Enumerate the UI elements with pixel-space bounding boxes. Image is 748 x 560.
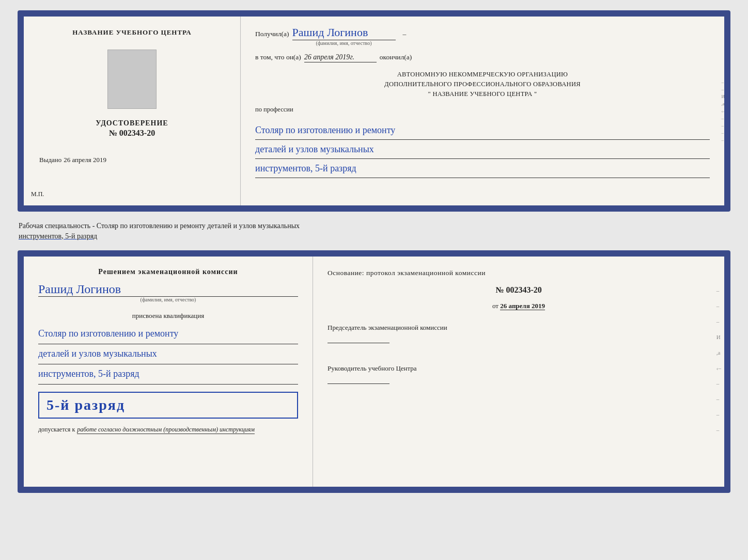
- bottom-profession-line2: деталей и узлов музыкальных: [38, 344, 298, 364]
- org-block: АВТОНОМНУЮ НЕКОММЕРЧЕСКУЮ ОРГАНИЗАЦИЮ ДО…: [255, 70, 710, 99]
- top-document: НАЗВАНИЕ УЧЕБНОГО ЦЕНТРА УДОСТОВЕРЕНИЕ №…: [18, 10, 730, 212]
- top-doc-left: НАЗВАНИЕ УЧЕБНОГО ЦЕНТРА УДОСТОВЕРЕНИЕ №…: [24, 17, 241, 205]
- fio-subtitle: (фамилия, имя, отчество): [292, 40, 396, 46]
- ot-date-value: 26 апреля 2019: [500, 302, 545, 310]
- osnovanie-text: Основание: протокол экзаменационной коми…: [328, 268, 710, 278]
- mp-text: М.П.: [31, 190, 44, 198]
- dopuskaetsya-label: допускается к: [38, 426, 75, 434]
- profession-line2: деталей и узлов музыкальных: [255, 140, 710, 159]
- vtom-label: в том, что он(а): [255, 53, 301, 61]
- profession-block: Столяр по изготовлению и ремонту деталей…: [255, 121, 710, 178]
- profession-line3: инструментов, 5-й разряд: [255, 159, 710, 178]
- vydano-date: 26 апреля 2019: [64, 156, 106, 164]
- vtom-row: в том, что он(а) 26 апреля 2019г. окончи…: [255, 53, 710, 62]
- predsedatel-signature-line: [328, 335, 389, 343]
- recipient-name: Рашид Логинов: [292, 26, 396, 40]
- org-line2: ДОПОЛНИТЕЛЬНОГО ПРОФЕССИОНАЛЬНОГО ОБРАЗО…: [255, 79, 710, 89]
- predsedatel-label: Председатель экзаменационной комиссии: [328, 323, 710, 333]
- middle-label: Рабочая специальность - Столяр по изгото…: [18, 221, 730, 241]
- predsedatel-block: Председатель экзаменационной комиссии: [328, 323, 710, 346]
- poluchil-row: Получил(a) Рашид Логинов (фамилия, имя, …: [255, 26, 710, 46]
- rank-box: 5-й разряд: [38, 392, 298, 419]
- udostoverenie-block: УДОСТОВЕРЕНИЕ № 002343-20: [96, 119, 168, 138]
- bottom-doc-left: Решением экаменационной комиссии Рашид Л…: [24, 257, 313, 487]
- bottom-doc-right: Основание: протокол экзаменационной коми…: [313, 257, 724, 487]
- org-line1: АВТОНОМНУЮ НЕКОММЕРЧЕСКУЮ ОРГАНИЗАЦИЮ: [255, 70, 710, 79]
- ot-date-row: от 26 апреля 2019: [328, 302, 710, 310]
- bottom-fio-sub: (фамилия, имя, отчество): [38, 297, 298, 302]
- bottom-profession-line1: Столяр по изготовлению и ремонту: [38, 324, 298, 344]
- bottom-profession-line3: инструментов, 5-й разряд: [38, 364, 298, 385]
- profession-line1: Столяр по изготовлению и ремонту: [255, 121, 710, 140]
- vydano-label: Выдано: [39, 156, 61, 164]
- okonchil-label: окончил(а): [380, 53, 412, 61]
- prisvoeena-label: присвоена квалификация: [38, 312, 298, 320]
- top-left-header: НАЗВАНИЕ УЧЕБНОГО ЦЕНТРА: [72, 28, 192, 37]
- middle-label-underlined: инструментов, 5-й разряд: [19, 232, 97, 240]
- udostoverenie-label: УДОСТОВЕРЕНИЕ: [96, 119, 168, 127]
- side-dashes-bottom: – – – И ,а ‹– – – – –: [716, 287, 721, 433]
- udostoverenie-number: № 002343-20: [96, 129, 168, 138]
- rukovoditel-block: Руководитель учебного Центра: [328, 363, 710, 387]
- middle-label-prefix: Рабочая специальность - Столяр по изгото…: [19, 222, 300, 230]
- bottom-recipient-name: Рашид Логинов: [38, 282, 298, 297]
- top-doc-right: Получил(a) Рашид Логинов (фамилия, имя, …: [241, 17, 724, 205]
- resheniem-label: Решением экаменационной комиссии: [38, 268, 298, 276]
- bottom-document: Решением экаменационной комиссии Рашид Л…: [18, 250, 730, 493]
- ot-label: от: [492, 302, 498, 310]
- vtom-date: 26 апреля 2019г.: [304, 53, 377, 62]
- rukovoditel-label: Руководитель учебного Центра: [328, 363, 710, 374]
- vydano-block: Выдано 26 апреля 2019: [34, 156, 230, 164]
- dopuskaetsya-row: допускается к работе согласно должностны…: [38, 426, 298, 434]
- po-professii-label: по профессии: [255, 106, 710, 114]
- rank-box-text: 5-й разряд: [46, 397, 125, 413]
- photo-placeholder: [107, 50, 157, 109]
- poluchil-label: Получил(a): [255, 30, 289, 38]
- bottom-name-block: Рашид Логинов (фамилия, имя, отчество): [38, 280, 298, 302]
- dash-after-name: –: [403, 30, 407, 38]
- rukovoditel-signature-line: [328, 376, 389, 384]
- bottom-profession-block: Столяр по изготовлению и ремонту деталей…: [38, 324, 298, 384]
- org-line3: " НАЗВАНИЕ УЧЕБНОГО ЦЕНТРА ": [255, 89, 710, 99]
- dopuskaetsya-italic: работе согласно должностным (производств…: [77, 426, 255, 434]
- protocol-number: № 002343-20: [328, 285, 710, 295]
- side-dashes-top: – – И ,а ‹– – – – –: [722, 79, 726, 142]
